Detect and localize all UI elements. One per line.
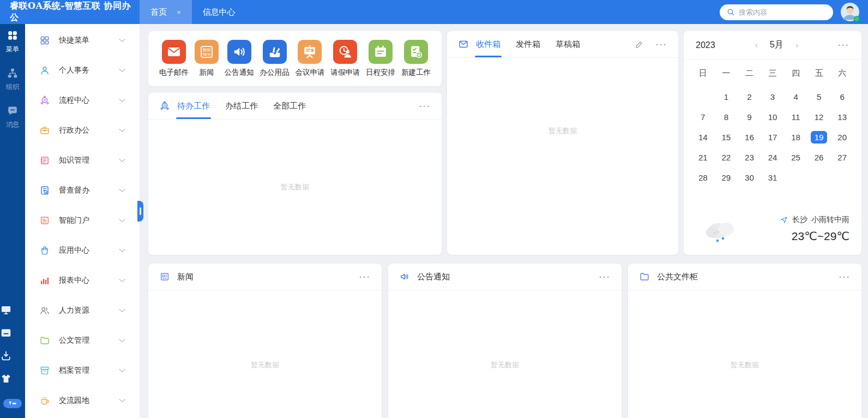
- calendar-date[interactable]: 14: [691, 127, 715, 147]
- calendar-date[interactable]: 24: [761, 147, 785, 168]
- calendar-date[interactable]: 23: [738, 147, 761, 168]
- collapse-toggle-button[interactable]: [3, 399, 22, 408]
- app-shortcut[interactable]: 办公用品: [260, 40, 290, 77]
- rail-item[interactable]: 组织: [6, 67, 19, 92]
- sidebar-item[interactable]: 知识管理: [25, 145, 140, 175]
- calendar-date[interactable]: 2: [738, 87, 761, 107]
- page-tab[interactable]: 信息中心: [192, 0, 246, 24]
- sidebar-item-icon: [39, 155, 50, 166]
- work-tab[interactable]: 办结工作: [225, 93, 258, 119]
- calendar-date[interactable]: [784, 168, 807, 188]
- mail-tab[interactable]: 收件箱: [476, 31, 501, 57]
- calendar-date[interactable]: [691, 87, 715, 107]
- more-button[interactable]: ···: [599, 272, 611, 282]
- sidebar-item[interactable]: 报表中心: [25, 265, 140, 295]
- sidebar-item[interactable]: 人力资源: [25, 295, 140, 325]
- chevron-down-icon: [117, 95, 128, 106]
- calendar-date[interactable]: 28: [691, 168, 715, 188]
- rail-item[interactable]: 菜单: [6, 29, 19, 54]
- mail-tab[interactable]: 发件箱: [516, 31, 540, 57]
- calendar-date[interactable]: 20: [830, 127, 854, 147]
- sidebar-collapse-handle[interactable]: [137, 201, 143, 222]
- calendar-date[interactable]: 13: [830, 107, 854, 127]
- app-shortcut[interactable]: 日程安排: [366, 40, 395, 77]
- calendar-date[interactable]: 21: [691, 147, 715, 168]
- avatar[interactable]: [841, 3, 859, 21]
- more-button[interactable]: ···: [656, 40, 667, 49]
- app-tile-icon: [227, 40, 251, 64]
- rail-item[interactable]: 消息: [6, 105, 19, 129]
- close-icon[interactable]: ×: [177, 8, 181, 16]
- app-shortcut[interactable]: 新建工作: [401, 40, 431, 77]
- more-button[interactable]: ···: [838, 40, 849, 50]
- calendar-date[interactable]: 8: [715, 107, 738, 127]
- calendar-date[interactable]: [807, 168, 831, 188]
- sidebar-item[interactable]: 个人事务: [25, 55, 140, 85]
- rail-tool-icon[interactable]: [0, 304, 12, 316]
- sidebar-item[interactable]: 交流园地: [25, 385, 140, 415]
- sidebar-item[interactable]: 档案管理: [25, 355, 140, 385]
- search-box[interactable]: [720, 4, 833, 20]
- page-tab[interactable]: 首页 ×: [140, 0, 192, 24]
- work-tab-label: 待办工作: [177, 101, 210, 111]
- rail-tool-icon[interactable]: [0, 350, 12, 362]
- weather-city: 长沙: [792, 215, 807, 225]
- calendar-date[interactable]: 17: [761, 127, 785, 147]
- calendar-date[interactable]: 10: [761, 107, 785, 127]
- calendar-date[interactable]: 15: [715, 127, 738, 147]
- mail-tab[interactable]: 草稿箱: [556, 31, 580, 57]
- calendar-date[interactable]: 11: [784, 107, 807, 127]
- sidebar-item[interactable]: 智能门户: [25, 205, 140, 235]
- app-shortcut[interactable]: 会议申请: [295, 40, 324, 77]
- calendar-date[interactable]: 16: [738, 127, 761, 147]
- more-button[interactable]: ···: [419, 101, 431, 111]
- more-button[interactable]: ···: [839, 272, 851, 282]
- calendar-date[interactable]: 3: [761, 87, 785, 107]
- calendar-date[interactable]: 26: [807, 147, 831, 168]
- app-shortcut[interactable]: 新闻NEW 新闻: [195, 40, 219, 77]
- calendar-date[interactable]: 4: [784, 87, 807, 107]
- calendar-date[interactable]: 12: [807, 107, 831, 127]
- work-tab[interactable]: 全部工作: [273, 93, 306, 119]
- sidebar-item[interactable]: 督查督办: [25, 175, 140, 205]
- app-shortcut[interactable]: 请假申请: [330, 40, 360, 77]
- calendar-date[interactable]: 5: [807, 87, 831, 107]
- more-button[interactable]: ···: [359, 272, 371, 282]
- prev-month-button[interactable]: ‹: [755, 40, 758, 50]
- mail-card-body: 暂无数据: [447, 58, 678, 255]
- next-month-button[interactable]: ›: [795, 40, 799, 50]
- calendar-date[interactable]: 30: [738, 168, 761, 188]
- calendar-date[interactable]: 18: [784, 127, 807, 147]
- search-input[interactable]: [739, 8, 835, 16]
- calendar-date[interactable]: [830, 168, 854, 188]
- sidebar-item-label: 人力资源: [59, 306, 89, 315]
- chevron-down-icon: [117, 365, 128, 376]
- sidebar-item[interactable]: 应用中心: [25, 235, 140, 265]
- calendar-date[interactable]: 9: [738, 107, 761, 127]
- compose-icon[interactable]: [635, 40, 644, 49]
- calendar-date[interactable]: 22: [715, 147, 738, 168]
- app-tile-icon: [369, 40, 393, 64]
- calendar-date[interactable]: 7: [691, 107, 715, 127]
- sidebar-item[interactable]: 行政办公: [25, 115, 140, 145]
- weather-widget: 长沙 小雨转中雨 23℃~29℃: [684, 215, 861, 255]
- work-tab[interactable]: 待办工作: [177, 93, 210, 119]
- rail-tool-icon[interactable]: [0, 373, 12, 385]
- app-shortcut[interactable]: 公告通知: [225, 40, 254, 77]
- app-shortcut[interactable]: 电子邮件: [159, 40, 189, 77]
- calendar-date[interactable]: 19: [807, 127, 831, 147]
- calendar-date[interactable]: 31: [761, 168, 785, 188]
- calendar-date[interactable]: 1: [715, 87, 738, 107]
- sidebar-item[interactable]: 流程中心: [25, 85, 140, 115]
- sidebar-item[interactable]: 公文管理: [25, 325, 140, 355]
- rail-tool-icon[interactable]: [0, 327, 12, 339]
- rail-item-label: 菜单: [6, 45, 19, 54]
- calendar-date[interactable]: 27: [830, 147, 854, 168]
- calendar-date[interactable]: 25: [784, 147, 807, 168]
- calendar-date[interactable]: 6: [830, 87, 854, 107]
- calendar-date[interactable]: 29: [715, 168, 738, 188]
- sidebar-item-label: 流程中心: [59, 95, 89, 105]
- mail-tab-label: 草稿箱: [556, 39, 580, 50]
- sidebar-item[interactable]: 快捷菜单: [25, 25, 140, 55]
- weather-desc: 小雨转中雨: [811, 215, 849, 225]
